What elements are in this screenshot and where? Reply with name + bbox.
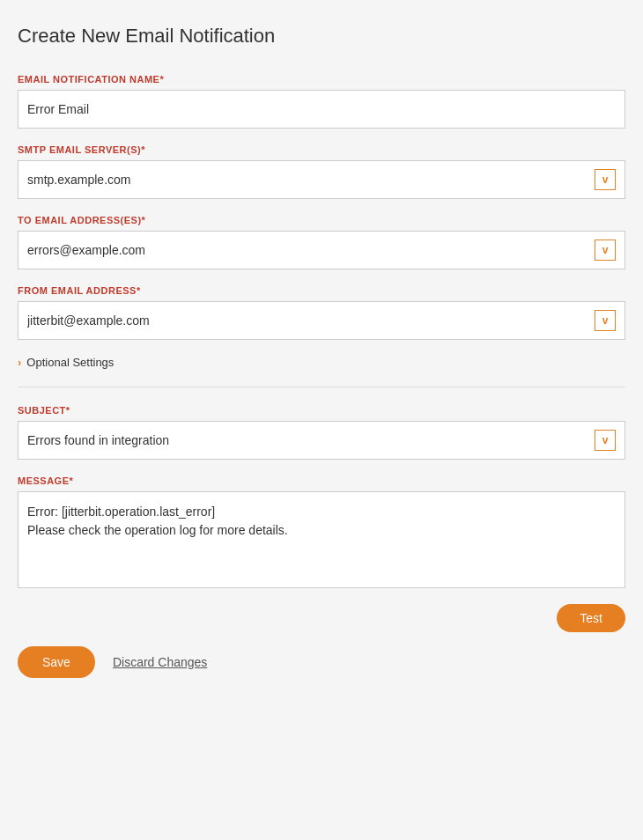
subject-v-button[interactable]: v (595, 430, 616, 451)
test-button-row: Test (18, 604, 625, 632)
optional-settings-label: Optional Settings (26, 356, 114, 369)
section-divider (18, 387, 625, 387)
test-button[interactable]: Test (557, 604, 625, 632)
smtp-email-server-input-wrapper: v (18, 160, 625, 199)
subject-input[interactable] (27, 433, 595, 447)
message-section: MESSAGE* Error: [jitterbit.operation.las… (18, 475, 625, 588)
email-notification-name-section: EMAIL NOTIFICATION NAME* (18, 74, 625, 129)
email-notification-name-input[interactable] (27, 102, 616, 116)
from-email-address-section: FROM EMAIL ADDRESS* v (18, 285, 625, 340)
page-title: Create New Email Notification (18, 25, 625, 48)
save-button[interactable]: Save (18, 646, 95, 678)
smtp-email-server-v-button[interactable]: v (595, 169, 616, 190)
subject-section: SUBJECT* v (18, 405, 625, 460)
smtp-email-server-label: SMTP EMAIL SERVER(S)* (18, 144, 625, 155)
email-notification-name-label: EMAIL NOTIFICATION NAME* (18, 74, 625, 85)
subject-input-wrapper: v (18, 421, 625, 460)
from-email-address-input[interactable] (27, 313, 595, 328)
from-email-address-v-button[interactable]: v (595, 310, 616, 331)
discard-changes-button[interactable]: Discard Changes (113, 655, 207, 669)
smtp-email-server-input[interactable] (27, 173, 595, 187)
message-textarea-wrapper: Error: [jitterbit.operation.last_error] … (18, 491, 625, 588)
bottom-actions: Save Discard Changes (18, 646, 625, 678)
smtp-email-server-section: SMTP EMAIL SERVER(S)* v (18, 144, 625, 199)
message-label: MESSAGE* (18, 475, 625, 486)
optional-settings-chevron-icon: › (18, 356, 21, 369)
message-textarea[interactable]: Error: [jitterbit.operation.last_error] … (27, 503, 616, 573)
to-email-addresses-input[interactable] (27, 243, 595, 257)
to-email-addresses-section: TO EMAIL ADDRESS(ES)* v (18, 215, 625, 269)
optional-settings-toggle[interactable]: › Optional Settings (18, 356, 625, 369)
to-email-addresses-label: TO EMAIL ADDRESS(ES)* (18, 215, 625, 225)
from-email-address-input-wrapper: v (18, 301, 625, 340)
to-email-addresses-input-wrapper: v (18, 231, 625, 269)
email-notification-name-input-wrapper (18, 90, 625, 129)
to-email-addresses-v-button[interactable]: v (595, 239, 616, 261)
subject-label: SUBJECT* (18, 405, 625, 416)
from-email-address-label: FROM EMAIL ADDRESS* (18, 285, 625, 296)
